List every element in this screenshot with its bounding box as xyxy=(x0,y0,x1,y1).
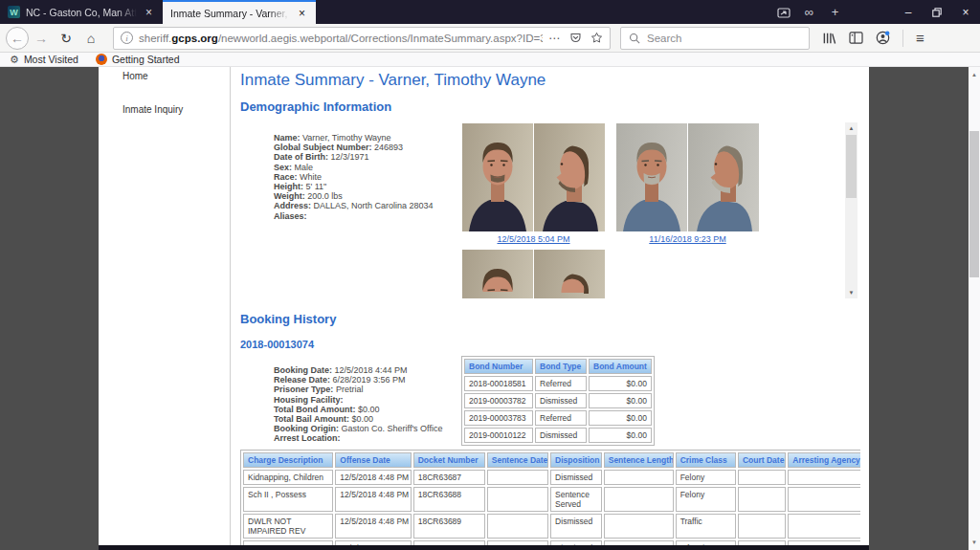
column-header[interactable]: Disposition xyxy=(550,452,602,468)
mugshot-front-photo[interactable] xyxy=(616,123,687,231)
tab-bar: W NC - Gaston Co, Man Attempte × Inmate … xyxy=(0,0,980,24)
close-window-button[interactable]: × xyxy=(951,0,980,24)
reload-button[interactable]: ↻ xyxy=(54,26,78,51)
field-row: Global Subject Number: 246893 xyxy=(274,143,475,152)
sidebar-toggle-icon[interactable] xyxy=(849,32,863,44)
forward-button[interactable]: → xyxy=(29,26,54,51)
booking-history-heading: Booking History xyxy=(240,312,336,326)
column-header[interactable]: Charge Description xyxy=(243,452,333,468)
page-scrollbar[interactable]: ▲ ▼ xyxy=(969,67,980,550)
gear-icon: ⚙ xyxy=(10,55,19,65)
scroll-up-icon[interactable]: ▲ xyxy=(969,69,980,80)
bond-table: Bond Number Bond Type Bond Amount 2018-0… xyxy=(461,356,655,446)
close-tab-icon[interactable]: × xyxy=(143,5,155,20)
mugshot-front-photo[interactable] xyxy=(462,123,533,231)
scrollbar-thumb[interactable] xyxy=(969,131,979,277)
menu-icon[interactable]: ≡ xyxy=(916,30,924,46)
pocket-icon[interactable] xyxy=(569,32,582,44)
column-header[interactable]: Court Date xyxy=(738,452,786,468)
browser-window: W NC - Gaston Co, Man Attempte × Inmate … xyxy=(0,0,980,550)
restore-button[interactable] xyxy=(923,0,951,24)
field-row: Aliases: xyxy=(274,211,475,221)
sidebar-nav: Home Inmate Inquiry xyxy=(99,67,230,550)
field-row: Race: White xyxy=(274,172,475,182)
demographics-fields: Name: Varner, Timothy Wayne Global Subje… xyxy=(274,133,475,221)
field-row: Booking Origin: Gaston Co. Sheriff's Off… xyxy=(274,424,475,433)
field-row: Housing Facility: xyxy=(274,395,475,405)
mugshot-card: 11/16/2018 9:23 PM xyxy=(616,123,759,244)
tabbar-actions: ∞ + – × xyxy=(770,0,980,24)
column-header[interactable]: Docket Number xyxy=(413,452,485,468)
mugshot-profile-photo[interactable] xyxy=(688,123,759,231)
close-tab-icon[interactable]: × xyxy=(296,6,308,21)
mugshot-profile-photo[interactable] xyxy=(534,123,605,231)
column-header[interactable]: Sentence Length xyxy=(604,452,674,468)
bottom-edge-bar xyxy=(99,545,869,550)
sidebar-item-inmate-inquiry[interactable]: Inmate Inquiry xyxy=(122,104,230,115)
charges-table: Charge Description Offense Date Docket N… xyxy=(240,450,860,550)
column-header[interactable]: Bond Amount xyxy=(589,359,652,374)
back-button[interactable]: ← xyxy=(6,27,29,50)
toolbar-right-icons: ≡ xyxy=(822,30,924,47)
search-bar[interactable]: Search xyxy=(620,27,810,50)
table-row: 2019-00003782Dismissed$0.00 xyxy=(464,393,652,408)
scroll-down-icon[interactable]: ▼ xyxy=(969,537,980,548)
new-tab-button[interactable]: + xyxy=(822,0,848,24)
scroll-down-icon[interactable]: ▼ xyxy=(845,287,858,298)
mugshot-profile-photo[interactable] xyxy=(534,250,605,298)
field-row: Arrest Location: xyxy=(274,433,475,443)
search-icon xyxy=(629,33,640,44)
send-tab-icon[interactable] xyxy=(770,0,796,24)
containers-icon[interactable]: ∞ xyxy=(796,0,822,24)
site-info-icon[interactable]: i xyxy=(121,32,133,44)
bookmark-star-icon[interactable] xyxy=(590,32,603,44)
scroll-up-icon[interactable]: ▲ xyxy=(845,122,858,134)
table-header-row: Charge Description Offense Date Docket N… xyxy=(243,452,860,468)
photo-panel-scrollbar[interactable]: ▲ ▼ xyxy=(845,122,858,298)
tab-title: NC - Gaston Co, Man Attempte xyxy=(26,7,137,18)
column-header[interactable]: Offense Date xyxy=(335,452,411,468)
table-header-row: Bond Number Bond Type Bond Amount xyxy=(464,359,652,374)
bookmark-most-visited[interactable]: ⚙ Most Visited xyxy=(10,54,78,65)
firefox-logo-icon xyxy=(96,54,107,65)
url-text: sheriff.gcps.org/newworld.aegis.webporta… xyxy=(139,33,543,44)
column-header[interactable]: Arresting Agency xyxy=(788,452,860,468)
minimize-button[interactable]: – xyxy=(894,0,923,24)
search-placeholder: Search xyxy=(647,33,681,44)
table-row: 2018-00018581Referred$0.00 xyxy=(464,376,652,391)
news-site-favicon: W xyxy=(8,6,20,18)
mugshot-date-link[interactable]: 11/16/2018 9:23 PM xyxy=(616,234,759,244)
column-header[interactable]: Crime Class xyxy=(676,452,736,468)
tab-news-article[interactable]: W NC - Gaston Co, Man Attempte × xyxy=(0,0,163,24)
account-icon[interactable] xyxy=(876,31,890,45)
toolbar-separator xyxy=(902,30,903,47)
charges-table-container: Charge Description Offense Date Docket N… xyxy=(240,450,860,550)
demographics-heading: Demographic Information xyxy=(240,99,391,114)
page-actions-icon[interactable]: ⋯ xyxy=(548,32,561,45)
field-row: Address: DALLAS, North Carolina 28034 xyxy=(274,201,475,210)
mugshot-front-photo[interactable] xyxy=(462,250,533,298)
column-header[interactable]: Bond Type xyxy=(535,359,587,374)
mugshot-date-link[interactable]: 12/5/2018 5:04 PM xyxy=(462,234,605,244)
field-row: Sex: Male xyxy=(274,163,475,172)
table-row: Kidnapping, Children 12/5/2018 4:48 PM 1… xyxy=(243,470,860,485)
field-row: Total Bond Amount: $0.00 xyxy=(274,405,475,414)
field-row: Date of Birth: 12/3/1971 xyxy=(274,152,475,162)
booking-number-link[interactable]: 2018-00013074 xyxy=(240,339,314,350)
library-icon[interactable] xyxy=(822,32,836,45)
scrollbar-thumb[interactable] xyxy=(846,135,857,198)
column-header[interactable]: Bond Number xyxy=(464,359,533,374)
bookmark-getting-started[interactable]: Getting Started xyxy=(96,54,180,65)
tab-inmate-summary[interactable]: Inmate Summary - Varner, Timothy × xyxy=(163,0,316,24)
mugshot-card: 12/5/2018 5:04 PM xyxy=(462,123,605,244)
table-row: DWLR NOT IMPAIRED REV 12/5/2018 4:48 PM … xyxy=(243,514,860,539)
field-row: Release Date: 6/28/2019 3:56 PM xyxy=(274,375,475,385)
mugshot-card xyxy=(462,250,605,298)
sidebar-item-home[interactable]: Home xyxy=(122,71,230,81)
tab-title: Inmate Summary - Varner, Timothy xyxy=(170,8,290,19)
field-row: Weight: 200.0 lbs xyxy=(274,191,475,201)
home-button[interactable]: ⌂ xyxy=(78,26,103,51)
column-header[interactable]: Sentence Date xyxy=(487,452,548,468)
bookmarks-bar: ⚙ Most Visited Getting Started xyxy=(0,53,980,67)
url-bar[interactable]: i sheriff.gcps.org/newworld.aegis.webpor… xyxy=(113,27,611,50)
